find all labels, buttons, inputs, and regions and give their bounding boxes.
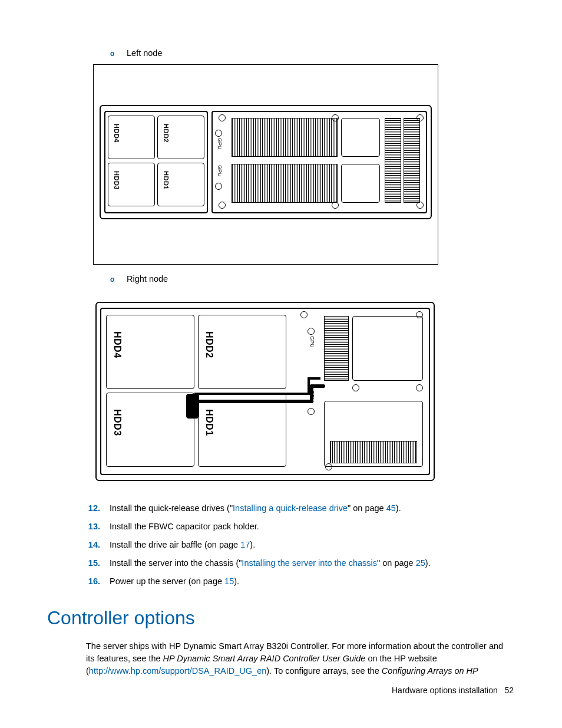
hdd1-label: HDD1 xyxy=(161,171,170,190)
hdd4-label: HDD4 xyxy=(111,124,121,143)
step-text: Install the FBWC capacitor pack holder. xyxy=(110,521,515,533)
step-number: 14. xyxy=(47,539,110,551)
step-number: 15. xyxy=(47,557,110,569)
heading-controller-options: Controller options xyxy=(47,604,515,631)
step-number: 16. xyxy=(47,575,110,588)
hdd4-label: HDD4 xyxy=(111,331,124,358)
page-footer: Hardware options installation 52 xyxy=(392,684,514,696)
link-install-drive[interactable]: Installing a quick-release drive xyxy=(233,503,348,513)
step-16: 16. Power up the server (on page 15). xyxy=(47,575,515,588)
bullet-marker: o xyxy=(108,275,127,285)
step-13: 13. Install the FBWC capacitor pack hold… xyxy=(47,521,515,533)
body-paragraph: The server ships with HP Dynamic Smart A… xyxy=(86,640,513,677)
list-item: o Right node xyxy=(108,273,515,285)
link-install-chassis[interactable]: Installing the server into the chassis xyxy=(242,558,377,568)
step-14: 14. Install the drive air baffle (on pag… xyxy=(47,539,515,551)
figure-left-node: HDD4 HDD2 HDD3 HDD1 GPU GPU xyxy=(93,64,438,265)
list-item: o Left node xyxy=(108,47,515,60)
step-number: 12. xyxy=(47,502,110,515)
bullet-label: Right node xyxy=(127,273,515,285)
doc-title: Configuring Arrays on HP xyxy=(382,666,478,676)
step-number: 13. xyxy=(47,521,110,533)
gpu-label: GPU xyxy=(216,165,223,177)
figure-right-node: HDD4 HDD2 HDD3 HDD1 GPU GPU xyxy=(93,290,437,489)
step-text: Install the server into the chassis ("In… xyxy=(110,557,515,569)
step-12: 12. Install the quick-release drives ("I… xyxy=(47,502,515,515)
hdd3-label: HDD3 xyxy=(111,171,121,190)
page-ref[interactable]: 15 xyxy=(224,577,234,586)
step-text: Power up the server (on page 15). xyxy=(110,575,515,588)
doc-title: HP Dynamic Smart Array RAID Controller U… xyxy=(163,654,366,663)
step-text: Install the drive air baffle (on page 17… xyxy=(110,539,515,551)
hdd2-label: HDD2 xyxy=(161,124,170,143)
link-hp-support[interactable]: http://www.hp.com/support/DSA_RAID_UG_en xyxy=(89,666,266,676)
page-ref[interactable]: 25 xyxy=(416,558,425,568)
page-ref[interactable]: 45 xyxy=(386,503,396,513)
hdd3-label: HDD3 xyxy=(111,409,124,436)
step-list: 12. Install the quick-release drives ("I… xyxy=(47,502,515,588)
bullet-label: Left node xyxy=(127,47,515,60)
gpu-label: GPU xyxy=(216,138,223,150)
footer-page: 52 xyxy=(504,686,514,695)
bullet-marker: o xyxy=(108,49,127,59)
gpu-label: GPU xyxy=(308,336,316,348)
step-15: 15. Install the server into the chassis … xyxy=(47,557,515,569)
footer-section: Hardware options installation xyxy=(392,686,498,695)
page-ref[interactable]: 17 xyxy=(240,540,250,549)
hdd2-label: HDD2 xyxy=(203,331,216,358)
step-text: Install the quick-release drives ("Insta… xyxy=(110,502,515,515)
